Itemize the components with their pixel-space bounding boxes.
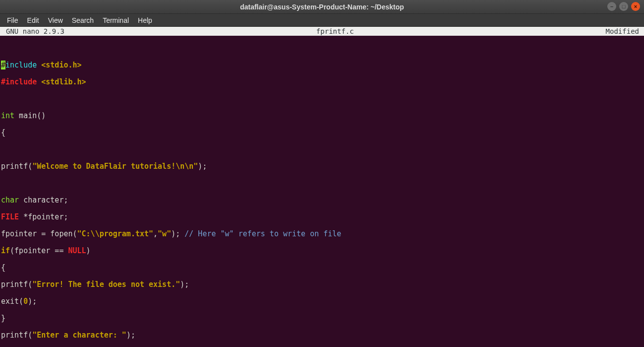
code-line: fpointer = fopen("C:\\program.txt","w");… xyxy=(1,230,643,238)
nano-filename: fprintf.c xyxy=(64,27,606,36)
editor-area[interactable]: #include <stdio.h> #include <stdlib.h> i… xyxy=(0,36,644,347)
code-line: int main() xyxy=(1,112,643,120)
text-cursor: # xyxy=(1,61,5,69)
close-button[interactable]: × xyxy=(631,2,640,11)
blank-line xyxy=(1,95,643,103)
code-line: { xyxy=(1,129,643,137)
nano-modified: Modified xyxy=(606,27,643,36)
window-titlebar: dataflair@asus-System-Product-Name: ~/De… xyxy=(0,0,644,14)
code-line: { xyxy=(1,264,643,272)
window-title: dataflair@asus-System-Product-Name: ~/De… xyxy=(240,3,404,11)
blank-line xyxy=(1,179,643,188)
menu-edit[interactable]: Edit xyxy=(23,15,43,25)
blank-line xyxy=(1,145,643,154)
code-line: #include <stdio.h> xyxy=(1,61,643,69)
nano-statusbar: GNU nano 2.9.3 fprintf.c Modified xyxy=(0,27,644,36)
window-controls: – □ × xyxy=(607,2,640,11)
code-line: } xyxy=(1,314,643,323)
code-line: #include <stdlib.h> xyxy=(1,78,643,86)
blank-line xyxy=(1,44,643,53)
menu-terminal[interactable]: Terminal xyxy=(99,15,133,25)
code-line: printf("Error! The file does not exist."… xyxy=(1,280,643,289)
code-line: if(fpointer == NULL) xyxy=(1,247,643,255)
code-line: char character; xyxy=(1,196,643,205)
menu-view[interactable]: View xyxy=(44,15,67,25)
code-line: FILE *fpointer; xyxy=(1,213,643,221)
nano-program: GNU nano 2.9.3 xyxy=(1,27,64,36)
menu-search[interactable]: Search xyxy=(68,15,98,25)
code-line: exit(0); xyxy=(1,297,643,306)
minimize-button[interactable]: – xyxy=(607,2,616,11)
menu-file[interactable]: File xyxy=(3,15,22,25)
code-line: printf("Welcome to DataFlair tutorials!\… xyxy=(1,162,643,171)
menu-help[interactable]: Help xyxy=(134,15,156,25)
maximize-button[interactable]: □ xyxy=(619,2,628,11)
menubar: File Edit View Search Terminal Help xyxy=(0,14,644,27)
code-line: printf("Enter a character: "); xyxy=(1,331,643,340)
